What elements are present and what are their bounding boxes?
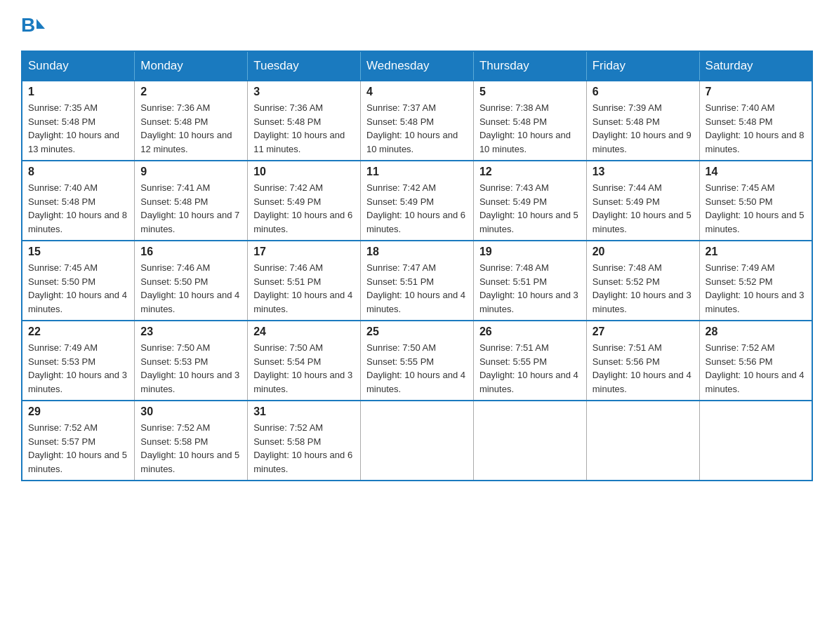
calendar-cell: 4Sunrise: 7:37 AMSunset: 5:48 PMDaylight… bbox=[361, 81, 474, 161]
day-number: 28 bbox=[706, 326, 806, 338]
calendar-cell: 2Sunrise: 7:36 AMSunset: 5:48 PMDaylight… bbox=[135, 81, 248, 161]
week-row-3: 15Sunrise: 7:45 AMSunset: 5:50 PMDayligh… bbox=[22, 241, 812, 321]
calendar-cell bbox=[361, 401, 474, 481]
week-row-4: 22Sunrise: 7:49 AMSunset: 5:53 PMDayligh… bbox=[22, 321, 812, 401]
day-number: 7 bbox=[706, 86, 806, 98]
day-info: Sunrise: 7:51 AMSunset: 5:56 PMDaylight:… bbox=[593, 341, 694, 396]
day-info: Sunrise: 7:38 AMSunset: 5:48 PMDaylight:… bbox=[479, 101, 581, 156]
day-info: Sunrise: 7:42 AMSunset: 5:49 PMDaylight:… bbox=[253, 181, 355, 236]
day-info: Sunrise: 7:37 AMSunset: 5:48 PMDaylight:… bbox=[366, 101, 468, 156]
day-number: 22 bbox=[28, 326, 128, 338]
day-info: Sunrise: 7:52 AMSunset: 5:57 PMDaylight:… bbox=[28, 421, 128, 476]
calendar-cell: 20Sunrise: 7:48 AMSunset: 5:52 PMDayligh… bbox=[586, 241, 699, 321]
logo-arrow-icon bbox=[37, 19, 45, 29]
day-number: 20 bbox=[593, 246, 694, 258]
day-number: 29 bbox=[28, 405, 128, 418]
day-number: 10 bbox=[253, 166, 355, 178]
day-number: 21 bbox=[706, 246, 806, 258]
day-number: 15 bbox=[28, 246, 128, 258]
day-number: 11 bbox=[366, 166, 468, 178]
calendar-cell: 29Sunrise: 7:52 AMSunset: 5:57 PMDayligh… bbox=[22, 401, 135, 481]
day-info: Sunrise: 7:45 AMSunset: 5:50 PMDaylight:… bbox=[706, 181, 806, 236]
calendar-cell bbox=[586, 401, 699, 481]
day-number: 9 bbox=[140, 166, 241, 178]
day-info: Sunrise: 7:46 AMSunset: 5:50 PMDaylight:… bbox=[140, 261, 241, 316]
week-row-5: 29Sunrise: 7:52 AMSunset: 5:57 PMDayligh… bbox=[22, 401, 812, 481]
calendar-cell: 9Sunrise: 7:41 AMSunset: 5:48 PMDaylight… bbox=[135, 161, 248, 241]
day-info: Sunrise: 7:40 AMSunset: 5:48 PMDaylight:… bbox=[706, 101, 806, 156]
day-number: 30 bbox=[140, 405, 241, 418]
week-row-1: 1Sunrise: 7:35 AMSunset: 5:48 PMDaylight… bbox=[22, 81, 812, 161]
day-info: Sunrise: 7:35 AMSunset: 5:48 PMDaylight:… bbox=[28, 101, 128, 156]
calendar-cell: 19Sunrise: 7:48 AMSunset: 5:51 PMDayligh… bbox=[473, 241, 586, 321]
calendar-cell: 13Sunrise: 7:44 AMSunset: 5:49 PMDayligh… bbox=[586, 161, 699, 241]
calendar-cell: 12Sunrise: 7:43 AMSunset: 5:49 PMDayligh… bbox=[473, 161, 586, 241]
day-info: Sunrise: 7:50 AMSunset: 5:55 PMDaylight:… bbox=[366, 341, 468, 396]
day-info: Sunrise: 7:48 AMSunset: 5:52 PMDaylight:… bbox=[593, 261, 694, 316]
day-info: Sunrise: 7:49 AMSunset: 5:53 PMDaylight:… bbox=[28, 341, 128, 396]
day-info: Sunrise: 7:47 AMSunset: 5:51 PMDaylight:… bbox=[366, 261, 468, 316]
day-header-saturday: Saturday bbox=[699, 51, 812, 81]
day-info: Sunrise: 7:52 AMSunset: 5:58 PMDaylight:… bbox=[253, 421, 355, 476]
day-number: 14 bbox=[706, 166, 806, 178]
calendar-cell: 24Sunrise: 7:50 AMSunset: 5:54 PMDayligh… bbox=[248, 321, 361, 401]
day-info: Sunrise: 7:43 AMSunset: 5:49 PMDaylight:… bbox=[479, 181, 581, 236]
page-header: B bbox=[21, 14, 813, 36]
logo-b: B bbox=[21, 14, 35, 36]
day-number: 31 bbox=[253, 405, 355, 418]
day-header-friday: Friday bbox=[586, 51, 699, 81]
calendar-table: SundayMondayTuesdayWednesdayThursdayFrid… bbox=[21, 51, 813, 481]
day-number: 26 bbox=[479, 326, 581, 338]
day-header-tuesday: Tuesday bbox=[248, 51, 361, 81]
day-number: 17 bbox=[253, 246, 355, 258]
calendar-cell: 14Sunrise: 7:45 AMSunset: 5:50 PMDayligh… bbox=[699, 161, 812, 241]
day-info: Sunrise: 7:36 AMSunset: 5:48 PMDaylight:… bbox=[253, 101, 355, 156]
day-info: Sunrise: 7:39 AMSunset: 5:48 PMDaylight:… bbox=[593, 101, 694, 156]
day-number: 3 bbox=[253, 86, 355, 98]
calendar-cell: 5Sunrise: 7:38 AMSunset: 5:48 PMDaylight… bbox=[473, 81, 586, 161]
calendar-cell: 17Sunrise: 7:46 AMSunset: 5:51 PMDayligh… bbox=[248, 241, 361, 321]
calendar-cell: 22Sunrise: 7:49 AMSunset: 5:53 PMDayligh… bbox=[22, 321, 135, 401]
calendar-cell: 26Sunrise: 7:51 AMSunset: 5:55 PMDayligh… bbox=[473, 321, 586, 401]
calendar-cell: 27Sunrise: 7:51 AMSunset: 5:56 PMDayligh… bbox=[586, 321, 699, 401]
calendar-cell bbox=[699, 401, 812, 481]
calendar-cell: 23Sunrise: 7:50 AMSunset: 5:53 PMDayligh… bbox=[135, 321, 248, 401]
day-number: 5 bbox=[479, 86, 581, 98]
day-number: 16 bbox=[140, 246, 241, 258]
day-number: 23 bbox=[140, 326, 241, 338]
day-header-sunday: Sunday bbox=[22, 51, 135, 81]
calendar-cell: 31Sunrise: 7:52 AMSunset: 5:58 PMDayligh… bbox=[248, 401, 361, 481]
calendar-cell: 28Sunrise: 7:52 AMSunset: 5:56 PMDayligh… bbox=[699, 321, 812, 401]
day-number: 19 bbox=[479, 246, 581, 258]
calendar-cell: 21Sunrise: 7:49 AMSunset: 5:52 PMDayligh… bbox=[699, 241, 812, 321]
day-info: Sunrise: 7:50 AMSunset: 5:54 PMDaylight:… bbox=[253, 341, 355, 396]
week-row-2: 8Sunrise: 7:40 AMSunset: 5:48 PMDaylight… bbox=[22, 161, 812, 241]
calendar-cell: 7Sunrise: 7:40 AMSunset: 5:48 PMDaylight… bbox=[699, 81, 812, 161]
day-number: 4 bbox=[366, 86, 468, 98]
day-info: Sunrise: 7:49 AMSunset: 5:52 PMDaylight:… bbox=[706, 261, 806, 316]
calendar-cell: 15Sunrise: 7:45 AMSunset: 5:50 PMDayligh… bbox=[22, 241, 135, 321]
calendar-cell: 3Sunrise: 7:36 AMSunset: 5:48 PMDaylight… bbox=[248, 81, 361, 161]
calendar-cell: 11Sunrise: 7:42 AMSunset: 5:49 PMDayligh… bbox=[361, 161, 474, 241]
day-number: 2 bbox=[140, 86, 241, 98]
day-info: Sunrise: 7:51 AMSunset: 5:55 PMDaylight:… bbox=[479, 341, 581, 396]
calendar-cell: 8Sunrise: 7:40 AMSunset: 5:48 PMDaylight… bbox=[22, 161, 135, 241]
day-info: Sunrise: 7:41 AMSunset: 5:48 PMDaylight:… bbox=[140, 181, 241, 236]
calendar-cell bbox=[473, 401, 586, 481]
logo: B bbox=[21, 14, 46, 36]
day-number: 1 bbox=[28, 86, 128, 98]
day-info: Sunrise: 7:46 AMSunset: 5:51 PMDaylight:… bbox=[253, 261, 355, 316]
day-number: 8 bbox=[28, 166, 128, 178]
day-info: Sunrise: 7:48 AMSunset: 5:51 PMDaylight:… bbox=[479, 261, 581, 316]
day-header-thursday: Thursday bbox=[473, 51, 586, 81]
calendar-cell: 25Sunrise: 7:50 AMSunset: 5:55 PMDayligh… bbox=[361, 321, 474, 401]
day-info: Sunrise: 7:44 AMSunset: 5:49 PMDaylight:… bbox=[593, 181, 694, 236]
calendar-cell: 6Sunrise: 7:39 AMSunset: 5:48 PMDaylight… bbox=[586, 81, 699, 161]
day-header-wednesday: Wednesday bbox=[361, 51, 474, 81]
day-number: 6 bbox=[593, 86, 694, 98]
day-info: Sunrise: 7:52 AMSunset: 5:58 PMDaylight:… bbox=[140, 421, 241, 476]
calendar-cell: 10Sunrise: 7:42 AMSunset: 5:49 PMDayligh… bbox=[248, 161, 361, 241]
day-number: 24 bbox=[253, 326, 355, 338]
day-info: Sunrise: 7:52 AMSunset: 5:56 PMDaylight:… bbox=[706, 341, 806, 396]
day-info: Sunrise: 7:50 AMSunset: 5:53 PMDaylight:… bbox=[140, 341, 241, 396]
